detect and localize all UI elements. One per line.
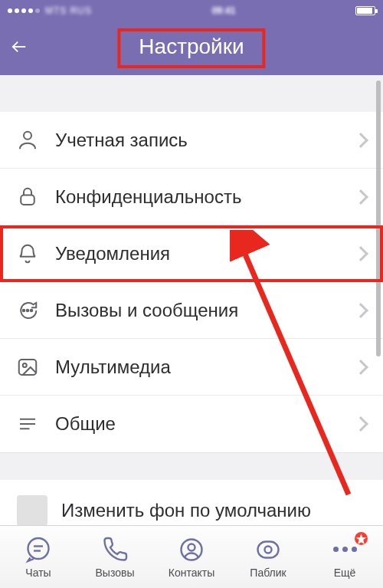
page-title: Настройки bbox=[139, 34, 244, 58]
image-icon bbox=[14, 353, 41, 381]
row-label: Изменить фон по умолчанию bbox=[61, 500, 366, 521]
svg-point-4 bbox=[31, 309, 33, 311]
tab-bar: Чаты Вызовы Контакты Паблик Ещё bbox=[0, 525, 383, 588]
svg-rect-1 bbox=[21, 195, 34, 205]
svg-rect-5 bbox=[19, 360, 37, 375]
chevron-right-icon bbox=[353, 416, 368, 432]
svg-point-0 bbox=[24, 131, 31, 139]
settings-list: Учетная запись Конфиденциальность Уведом… bbox=[0, 112, 383, 452]
row-media[interactable]: Мультимедиа bbox=[0, 339, 383, 396]
user-icon bbox=[14, 126, 41, 154]
section-spacer bbox=[0, 452, 383, 480]
row-label: Уведомления bbox=[55, 243, 170, 264]
tab-label: Паблик bbox=[250, 567, 286, 579]
svg-rect-16 bbox=[258, 541, 279, 557]
row-privacy[interactable]: Конфиденциальность bbox=[0, 169, 383, 225]
status-bar: MTS RUS 09:41 bbox=[0, 0, 383, 21]
tab-label: Вызовы bbox=[96, 567, 135, 579]
tab-chats[interactable]: Чаты bbox=[0, 526, 77, 588]
tab-label: Ещё bbox=[334, 567, 356, 579]
battery-indicator bbox=[355, 6, 375, 15]
svg-point-6 bbox=[23, 363, 27, 367]
row-label: Общие bbox=[55, 413, 116, 435]
notification-badge bbox=[355, 532, 368, 545]
list-icon bbox=[14, 410, 41, 438]
scrollbar[interactable] bbox=[376, 80, 381, 356]
chevron-right-icon bbox=[353, 133, 368, 148]
row-general[interactable]: Общие bbox=[0, 396, 383, 452]
svg-point-17 bbox=[265, 546, 272, 553]
bell-icon bbox=[14, 240, 41, 268]
svg-point-3 bbox=[27, 309, 29, 311]
nav-header: Настройки bbox=[0, 21, 383, 75]
tab-label: Чаты bbox=[25, 567, 51, 579]
row-calls-messages[interactable]: Вызовы и сообщения bbox=[0, 282, 383, 339]
row-label: Учетная запись bbox=[55, 130, 188, 151]
chevron-right-icon bbox=[353, 360, 368, 375]
tab-public[interactable]: Паблик bbox=[230, 526, 306, 588]
background-thumbnail bbox=[17, 495, 47, 526]
row-label: Мультимедиа bbox=[55, 356, 171, 378]
row-label: Вызовы и сообщения bbox=[55, 300, 238, 321]
row-notifications[interactable]: Уведомления bbox=[0, 225, 383, 282]
chevron-right-icon bbox=[353, 189, 368, 205]
title-highlight-box: Настройки bbox=[117, 28, 265, 68]
clock: 09:41 bbox=[212, 5, 236, 16]
row-label: Конфиденциальность bbox=[55, 186, 241, 208]
svg-point-11 bbox=[28, 538, 49, 559]
chevron-right-icon bbox=[353, 246, 368, 261]
tab-contacts[interactable]: Контакты bbox=[153, 526, 230, 588]
back-button[interactable] bbox=[0, 38, 38, 58]
chevron-right-icon bbox=[353, 303, 368, 318]
tab-label: Контакты bbox=[169, 567, 214, 579]
row-account[interactable]: Учетная запись bbox=[0, 112, 383, 169]
tab-more[interactable]: Ещё bbox=[306, 526, 383, 588]
lock-icon bbox=[14, 183, 41, 211]
speech-icon bbox=[14, 297, 41, 324]
carrier-label: MTS RUS bbox=[45, 5, 92, 16]
svg-point-2 bbox=[23, 309, 25, 311]
svg-point-15 bbox=[188, 544, 195, 550]
section-spacer bbox=[0, 75, 383, 112]
signal-strength: MTS RUS bbox=[8, 5, 92, 16]
tab-calls[interactable]: Вызовы bbox=[77, 526, 153, 588]
